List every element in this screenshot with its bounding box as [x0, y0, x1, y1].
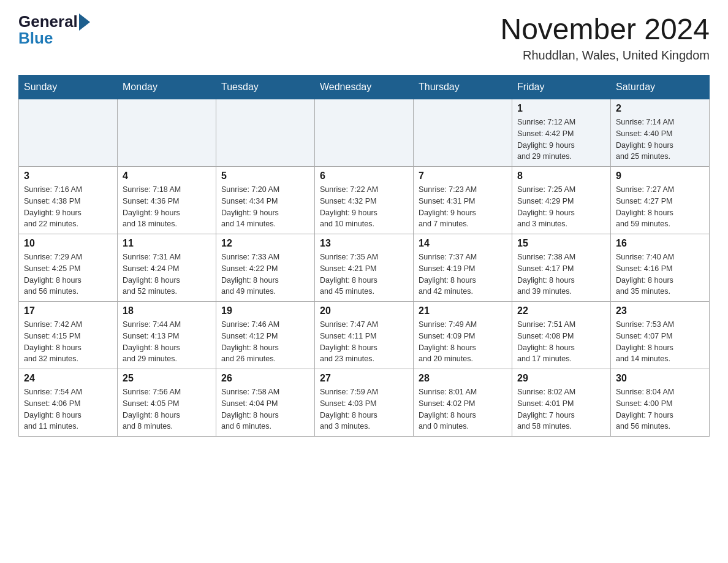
title-section: November 2024 Rhuddlan, Wales, United Ki… — [500, 12, 710, 63]
calendar-cell: 12Sunrise: 7:33 AM Sunset: 4:22 PM Dayli… — [216, 234, 315, 302]
day-number: 24 — [24, 373, 112, 384]
weekday-header-wednesday: Wednesday — [315, 75, 414, 99]
day-info: Sunrise: 7:29 AM Sunset: 4:25 PM Dayligh… — [24, 251, 112, 297]
day-number: 17 — [24, 305, 112, 316]
calendar-cell: 20Sunrise: 7:47 AM Sunset: 4:11 PM Dayli… — [315, 302, 414, 369]
weekday-header-friday: Friday — [512, 75, 611, 99]
calendar-cell: 10Sunrise: 7:29 AM Sunset: 4:25 PM Dayli… — [19, 234, 118, 302]
day-number: 6 — [320, 170, 408, 182]
week-row-2: 3Sunrise: 7:16 AM Sunset: 4:38 PM Daylig… — [19, 167, 710, 234]
calendar-cell: 14Sunrise: 7:37 AM Sunset: 4:19 PM Dayli… — [414, 234, 512, 302]
calendar-cell — [19, 99, 118, 167]
day-number: 10 — [24, 238, 112, 249]
calendar-cell — [118, 99, 216, 167]
day-number: 4 — [123, 170, 211, 182]
weekday-header-thursday: Thursday — [414, 75, 512, 99]
week-row-4: 17Sunrise: 7:42 AM Sunset: 4:15 PM Dayli… — [19, 302, 710, 369]
weekday-header-row: SundayMondayTuesdayWednesdayThursdayFrid… — [19, 75, 710, 99]
day-info: Sunrise: 7:33 AM Sunset: 4:22 PM Dayligh… — [221, 251, 309, 297]
calendar-cell: 11Sunrise: 7:31 AM Sunset: 4:24 PM Dayli… — [118, 234, 216, 302]
day-info: Sunrise: 7:22 AM Sunset: 4:32 PM Dayligh… — [320, 184, 408, 230]
calendar-cell: 7Sunrise: 7:23 AM Sunset: 4:31 PM Daylig… — [414, 167, 512, 234]
day-number: 11 — [123, 238, 211, 249]
calendar-cell: 2Sunrise: 7:14 AM Sunset: 4:40 PM Daylig… — [611, 99, 710, 167]
calendar-cell — [414, 99, 512, 167]
day-info: Sunrise: 8:04 AM Sunset: 4:00 PM Dayligh… — [616, 386, 704, 432]
calendar-cell: 23Sunrise: 7:53 AM Sunset: 4:07 PM Dayli… — [611, 302, 710, 369]
calendar-cell: 15Sunrise: 7:38 AM Sunset: 4:17 PM Dayli… — [512, 234, 611, 302]
weekday-header-monday: Monday — [118, 75, 216, 99]
calendar-cell: 9Sunrise: 7:27 AM Sunset: 4:27 PM Daylig… — [611, 167, 710, 234]
calendar-cell: 4Sunrise: 7:18 AM Sunset: 4:36 PM Daylig… — [118, 167, 216, 234]
calendar-cell: 24Sunrise: 7:54 AM Sunset: 4:06 PM Dayli… — [19, 369, 118, 437]
day-info: Sunrise: 7:35 AM Sunset: 4:21 PM Dayligh… — [320, 251, 408, 297]
day-number: 19 — [221, 305, 309, 316]
day-number: 27 — [320, 373, 408, 384]
day-info: Sunrise: 7:23 AM Sunset: 4:31 PM Dayligh… — [419, 184, 507, 230]
weekday-header-tuesday: Tuesday — [216, 75, 315, 99]
day-info: Sunrise: 8:02 AM Sunset: 4:01 PM Dayligh… — [517, 386, 605, 432]
calendar-cell: 18Sunrise: 7:44 AM Sunset: 4:13 PM Dayli… — [118, 302, 216, 369]
calendar-cell: 28Sunrise: 8:01 AM Sunset: 4:02 PM Dayli… — [414, 369, 512, 437]
calendar-cell: 27Sunrise: 7:59 AM Sunset: 4:03 PM Dayli… — [315, 369, 414, 437]
calendar-cell — [216, 99, 315, 167]
calendar-cell: 13Sunrise: 7:35 AM Sunset: 4:21 PM Dayli… — [315, 234, 414, 302]
day-info: Sunrise: 7:20 AM Sunset: 4:34 PM Dayligh… — [221, 184, 309, 230]
day-number: 5 — [221, 170, 309, 182]
page-header: General Blue November 2024 Rhuddlan, Wal… — [18, 12, 710, 63]
day-info: Sunrise: 7:58 AM Sunset: 4:04 PM Dayligh… — [221, 386, 309, 432]
calendar-cell: 30Sunrise: 8:04 AM Sunset: 4:00 PM Dayli… — [611, 369, 710, 437]
day-number: 30 — [616, 373, 704, 384]
month-title: November 2024 — [500, 12, 710, 46]
day-number: 14 — [419, 238, 507, 249]
day-number: 15 — [517, 238, 605, 249]
day-info: Sunrise: 7:44 AM Sunset: 4:13 PM Dayligh… — [123, 319, 211, 365]
calendar-cell: 3Sunrise: 7:16 AM Sunset: 4:38 PM Daylig… — [19, 167, 118, 234]
day-info: Sunrise: 7:38 AM Sunset: 4:17 PM Dayligh… — [517, 251, 605, 297]
calendar-cell: 21Sunrise: 7:49 AM Sunset: 4:09 PM Dayli… — [414, 302, 512, 369]
day-number: 26 — [221, 373, 309, 384]
day-number: 28 — [419, 373, 507, 384]
weekday-header-saturday: Saturday — [611, 75, 710, 99]
day-number: 29 — [517, 373, 605, 384]
calendar-cell: 17Sunrise: 7:42 AM Sunset: 4:15 PM Dayli… — [19, 302, 118, 369]
day-number: 3 — [24, 170, 112, 182]
day-info: Sunrise: 7:59 AM Sunset: 4:03 PM Dayligh… — [320, 386, 408, 432]
day-info: Sunrise: 7:14 AM Sunset: 4:40 PM Dayligh… — [616, 117, 704, 163]
day-info: Sunrise: 8:01 AM Sunset: 4:02 PM Dayligh… — [419, 386, 507, 432]
day-number: 13 — [320, 238, 408, 249]
calendar-cell: 26Sunrise: 7:58 AM Sunset: 4:04 PM Dayli… — [216, 369, 315, 437]
day-number: 1 — [517, 103, 605, 114]
day-info: Sunrise: 7:49 AM Sunset: 4:09 PM Dayligh… — [419, 319, 507, 365]
day-number: 21 — [419, 305, 507, 316]
day-info: Sunrise: 7:27 AM Sunset: 4:27 PM Dayligh… — [616, 184, 704, 230]
calendar-cell: 25Sunrise: 7:56 AM Sunset: 4:05 PM Dayli… — [118, 369, 216, 437]
day-number: 23 — [616, 305, 704, 316]
day-info: Sunrise: 7:53 AM Sunset: 4:07 PM Dayligh… — [616, 319, 704, 365]
weekday-header-sunday: Sunday — [19, 75, 118, 99]
day-info: Sunrise: 7:16 AM Sunset: 4:38 PM Dayligh… — [24, 184, 112, 230]
day-info: Sunrise: 7:47 AM Sunset: 4:11 PM Dayligh… — [320, 319, 408, 365]
week-row-5: 24Sunrise: 7:54 AM Sunset: 4:06 PM Dayli… — [19, 369, 710, 437]
week-row-1: 1Sunrise: 7:12 AM Sunset: 4:42 PM Daylig… — [19, 99, 710, 167]
calendar-cell — [315, 99, 414, 167]
calendar-cell: 5Sunrise: 7:20 AM Sunset: 4:34 PM Daylig… — [216, 167, 315, 234]
logo-arrow-icon — [79, 13, 90, 31]
logo: General Blue — [18, 12, 90, 48]
day-number: 20 — [320, 305, 408, 316]
day-info: Sunrise: 7:51 AM Sunset: 4:08 PM Dayligh… — [517, 319, 605, 365]
day-info: Sunrise: 7:18 AM Sunset: 4:36 PM Dayligh… — [123, 184, 211, 230]
day-number: 22 — [517, 305, 605, 316]
calendar-cell: 8Sunrise: 7:25 AM Sunset: 4:29 PM Daylig… — [512, 167, 611, 234]
day-info: Sunrise: 7:46 AM Sunset: 4:12 PM Dayligh… — [221, 319, 309, 365]
logo-blue-text: Blue — [18, 29, 53, 48]
day-number: 7 — [419, 170, 507, 182]
day-info: Sunrise: 7:12 AM Sunset: 4:42 PM Dayligh… — [517, 117, 605, 163]
day-number: 9 — [616, 170, 704, 182]
week-row-3: 10Sunrise: 7:29 AM Sunset: 4:25 PM Dayli… — [19, 234, 710, 302]
calendar-table: SundayMondayTuesdayWednesdayThursdayFrid… — [18, 75, 710, 437]
day-number: 8 — [517, 170, 605, 182]
day-number: 16 — [616, 238, 704, 249]
calendar-cell: 1Sunrise: 7:12 AM Sunset: 4:42 PM Daylig… — [512, 99, 611, 167]
calendar-cell: 22Sunrise: 7:51 AM Sunset: 4:08 PM Dayli… — [512, 302, 611, 369]
